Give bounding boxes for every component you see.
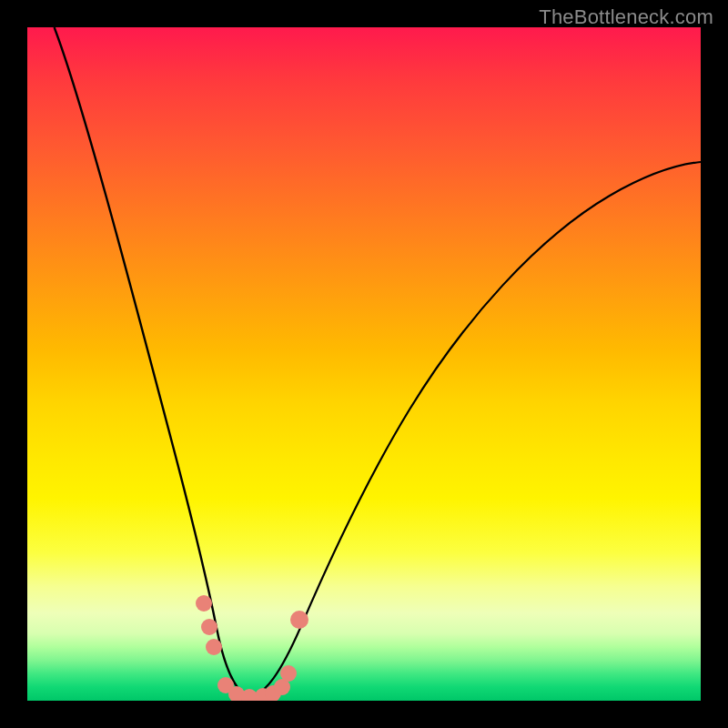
curve-left [55, 27, 249, 698]
marker-dot [280, 665, 297, 682]
chart-frame: TheBottleneck.com [0, 0, 728, 728]
plot-area [27, 27, 701, 701]
marker-dot [196, 595, 212, 612]
watermark-text: TheBottleneck.com [539, 5, 713, 29]
marker-dot [206, 639, 222, 655]
marker-dot [290, 611, 308, 629]
curve-right [249, 162, 701, 698]
chart-svg [27, 27, 701, 701]
marker-dot [201, 619, 217, 635]
